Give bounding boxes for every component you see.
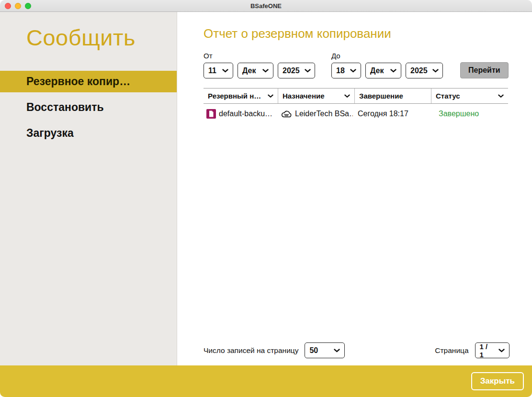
content-area: Сообщить Резервное копир… Восстановить З… <box>0 12 532 365</box>
sidebar-item-label: Загрузка <box>26 127 74 139</box>
table-row[interactable]: default-backu… LeiderTech BSa… <box>204 104 508 124</box>
destination-name: LeiderTech BSa… <box>295 110 353 118</box>
from-month-value: Дек <box>242 66 256 75</box>
to-label: До <box>331 52 443 60</box>
chevron-down-icon <box>350 69 356 73</box>
sidebar-item-backup[interactable]: Резервное копир… <box>0 71 177 92</box>
sidebar-item-restore[interactable]: Восстановить <box>0 97 177 118</box>
column-label: Назначение <box>283 92 325 100</box>
per-page-select[interactable]: 50 <box>305 342 345 358</box>
to-year-select[interactable]: 2025 <box>406 63 443 78</box>
completed-cell: Сегодня 18:17 <box>355 110 431 118</box>
from-day-value: 11 <box>208 66 216 75</box>
chevron-down-icon <box>305 69 311 73</box>
from-year-select[interactable]: 2025 <box>278 63 315 78</box>
per-page-label: Число записей на страницу <box>204 346 298 355</box>
close-button[interactable]: Закрыть <box>471 372 524 390</box>
column-label: Завершение <box>359 92 403 100</box>
sidebar-item-label: Восстановить <box>26 101 104 113</box>
chevron-down-icon <box>334 349 340 353</box>
app-window: BSafeONE Сообщить Резервное копир… Восст… <box>0 0 532 397</box>
destination-cell: LeiderTech BSa… <box>278 110 355 119</box>
cloud-icon <box>281 110 292 119</box>
date-filter-row: От 11 Дек <box>204 52 509 78</box>
from-date-group: От 11 Дек <box>204 52 315 78</box>
chevron-down-icon <box>344 94 350 98</box>
chevron-down-icon <box>262 69 269 73</box>
page-label: Страница <box>435 346 468 355</box>
document-icon <box>206 109 216 119</box>
pagination-bar: Число записей на страницу 50 Страница 1 … <box>204 342 509 358</box>
column-header-status[interactable]: Статус <box>431 88 508 103</box>
table-header-row: Резервный н… Назначение Завершение <box>204 88 508 104</box>
minimize-window-button[interactable] <box>15 3 21 9</box>
per-page-group: Число записей на страницу 50 <box>204 342 345 358</box>
zoom-window-button[interactable] <box>25 3 31 9</box>
sidebar: Сообщить Резервное копир… Восстановить З… <box>0 12 177 365</box>
from-month-select[interactable]: Дек <box>238 63 273 78</box>
column-header-backup-name[interactable]: Резервный н… <box>204 88 278 103</box>
from-label: От <box>204 52 315 60</box>
footer-bar: Закрыть <box>0 365 532 397</box>
titlebar: BSafeONE <box>0 0 532 12</box>
backup-name: default-backu… <box>219 110 272 118</box>
page-value: 1 / 1 <box>480 342 494 359</box>
chevron-down-icon <box>498 349 505 353</box>
sidebar-item-download[interactable]: Загрузка <box>0 122 177 144</box>
status-badge: Завершено <box>434 110 479 118</box>
column-header-destination[interactable]: Назначение <box>278 88 355 103</box>
to-month-value: Дек <box>370 66 384 75</box>
window-title: BSafeONE <box>0 2 532 10</box>
from-day-select[interactable]: 11 <box>204 63 233 78</box>
to-year-value: 2025 <box>410 66 428 75</box>
backup-name-cell: default-backu… <box>204 109 278 119</box>
to-date-group: До 18 Дек <box>331 52 443 78</box>
page-title: Отчет о резервном копировании <box>204 26 509 41</box>
column-label: Резервный н… <box>208 92 261 100</box>
sidebar-item-label: Резервное копир… <box>26 75 130 88</box>
go-button[interactable]: Перейти <box>460 62 509 78</box>
page-select[interactable]: 1 / 1 <box>475 342 509 358</box>
chevron-down-icon <box>498 94 504 98</box>
column-label: Статус <box>436 92 460 100</box>
per-page-value: 50 <box>309 346 318 355</box>
status-cell: Завершено <box>431 110 508 118</box>
chevron-down-icon <box>222 69 228 73</box>
chevron-down-icon <box>432 69 439 73</box>
to-day-value: 18 <box>336 66 345 75</box>
page-group: Страница 1 / 1 <box>435 342 509 358</box>
completed-time: Сегодня 18:17 <box>358 110 408 118</box>
sidebar-title: Сообщить <box>26 24 177 51</box>
main-panel: Отчет о резервном копировании От 11 Дек <box>177 12 532 365</box>
report-table: Резервный н… Назначение Завершение <box>204 88 508 124</box>
column-header-completed[interactable]: Завершение <box>355 88 431 103</box>
from-year-value: 2025 <box>283 66 300 75</box>
close-window-button[interactable] <box>5 3 11 9</box>
chevron-down-icon <box>390 69 396 73</box>
chevron-down-icon <box>268 94 273 98</box>
to-day-select[interactable]: 18 <box>331 63 361 78</box>
to-month-select[interactable]: Дек <box>365 63 401 78</box>
sidebar-menu: Резервное копир… Восстановить Загрузка <box>0 71 177 148</box>
traffic-lights <box>5 3 31 9</box>
